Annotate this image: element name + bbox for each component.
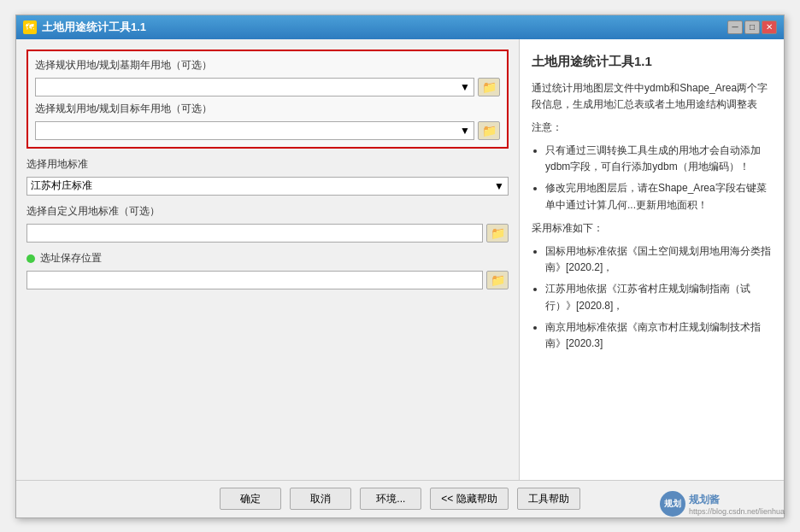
save-location-label-row: 选址保存位置	[26, 251, 509, 267]
combo1-arrow-icon: ▼	[460, 81, 470, 93]
field1-combo[interactable]: ▼	[35, 78, 474, 96]
save-location-folder-button[interactable]: 📁	[486, 271, 509, 289]
maximize-button[interactable]: □	[744, 20, 760, 34]
app-icon: 🗺	[23, 20, 37, 34]
custom-standard-input[interactable]	[26, 224, 483, 243]
right-panel: 土地用途统计工具1.1 通过统计用地图层文件中ydmb和Shape_Area两个…	[519, 39, 784, 480]
note-item-2: 修改完用地图层后，请在Shape_Area字段右键菜单中通过计算几何...更新用…	[545, 180, 772, 213]
note-item-1: 只有通过三调转换工具生成的用地才会自动添加ydbm字段，可自行添加ydbm（用地…	[545, 143, 772, 175]
custom-standard-folder-button[interactable]: 📁	[486, 224, 509, 243]
standard-item-2: 江苏用地依据《江苏省村庄规划编制指南（试行）》[2020.8]，	[545, 281, 772, 313]
watermark-brand: 规划酱	[689, 493, 785, 507]
field1-label: 选择规状用地/规划基期年用地（可选）	[35, 58, 500, 73]
watermark-logo-text: 规划	[664, 498, 681, 510]
folder1-icon: 📁	[482, 80, 497, 94]
standard-item-3: 南京用地标准依据《南京市村庄规划编制技术指南》[2020.3]	[545, 319, 772, 352]
field2-group: 选择规划用地/规划目标年用地（可选） ▼ 📁	[35, 102, 500, 140]
standards-list: 国标用地标准依据《国土空间规划用地用海分类指南》[2020.2]， 江苏用地依据…	[532, 243, 772, 352]
close-button[interactable]: ✕	[762, 20, 777, 34]
save-location-group: 选址保存位置 📁	[26, 251, 509, 289]
standard-select-row: 江苏村庄标准 ▼	[26, 177, 509, 196]
required-fields-group: 选择规状用地/规划基期年用地（可选） ▼ 📁 选择规划用地/规划目标年用地（可选…	[26, 50, 509, 149]
watermark: 规划 规划酱 https://blog.csdn.net/lienhua	[660, 491, 785, 517]
help-title: 土地用途统计工具1.1	[532, 51, 772, 72]
notes-list: 只有通过三调转换工具生成的用地才会自动添加ydbm字段，可自行添加ydbm（用地…	[532, 143, 772, 213]
save-location-input[interactable]	[26, 271, 483, 289]
window-title: 土地用途统计工具1.1	[42, 20, 146, 35]
left-panel: 选择规状用地/规划基期年用地（可选） ▼ 📁 选择规划用地/规划目标年用地（可选…	[16, 39, 519, 480]
standard-value: 江苏村庄标准	[31, 178, 92, 193]
field1-group: 选择规状用地/规划基期年用地（可选） ▼ 📁	[35, 58, 500, 96]
field1-input-row: ▼ 📁	[35, 78, 500, 96]
watermark-logo: 规划	[660, 491, 685, 517]
minimize-button[interactable]: ─	[727, 20, 743, 34]
standard-intro: 采用标准如下：	[532, 220, 772, 237]
standard-arrow-icon: ▼	[494, 180, 504, 192]
confirm-button[interactable]: 确定	[220, 488, 281, 510]
content-area: 选择规状用地/规划基期年用地（可选） ▼ 📁 选择规划用地/规划目标年用地（可选…	[16, 39, 784, 480]
standard-group: 选择用地标准 江苏村庄标准 ▼	[26, 157, 509, 196]
env-button[interactable]: 环境...	[360, 488, 421, 510]
field2-folder-button[interactable]: 📁	[478, 121, 500, 140]
custom-standard-input-row: 📁	[26, 224, 509, 243]
title-bar: 🗺 土地用途统计工具1.1 ─ □ ✕	[16, 15, 784, 39]
standard-item-1: 国标用地标准依据《国土空间规划用地用海分类指南》[2020.2]，	[545, 243, 772, 276]
hide-help-button[interactable]: << 隐藏帮助	[430, 488, 508, 510]
field2-input-row: ▼ 📁	[35, 121, 500, 140]
standard-label: 选择用地标准	[26, 157, 509, 172]
save-location-input-row: 📁	[26, 271, 509, 289]
watermark-url: https://blog.csdn.net/lienhua	[689, 507, 785, 516]
folder3-icon: 📁	[491, 226, 505, 240]
green-dot-icon	[26, 254, 35, 263]
main-window: 🗺 土地用途统计工具1.1 ─ □ ✕ 选择规状用地/规划基期年用地（可选） ▼	[15, 15, 785, 518]
note-label: 注意：	[532, 120, 772, 136]
custom-standard-label: 选择自定义用地标准（可选）	[26, 204, 509, 219]
folder4-icon: 📁	[491, 273, 505, 287]
combo2-arrow-icon: ▼	[460, 125, 470, 137]
custom-standard-group: 选择自定义用地标准（可选） 📁	[26, 204, 509, 243]
window-controls: ─ □ ✕	[727, 20, 777, 34]
field2-combo[interactable]: ▼	[35, 121, 474, 140]
watermark-text-block: 规划酱 https://blog.csdn.net/lienhua	[689, 493, 785, 516]
standard-select[interactable]: 江苏村庄标准 ▼	[26, 177, 509, 196]
field1-folder-button[interactable]: 📁	[478, 78, 500, 96]
title-bar-left: 🗺 土地用途统计工具1.1	[23, 20, 146, 35]
cancel-button[interactable]: 取消	[290, 488, 351, 510]
tool-help-button[interactable]: 工具帮助	[517, 488, 580, 510]
save-location-label: 选址保存位置	[40, 251, 102, 266]
field2-label: 选择规划用地/规划目标年用地（可选）	[35, 102, 500, 116]
folder2-icon: 📁	[482, 124, 497, 137]
help-desc: 通过统计用地图层文件中ydmb和Shape_Area两个字段信息，生成用地汇总表…	[532, 80, 772, 113]
